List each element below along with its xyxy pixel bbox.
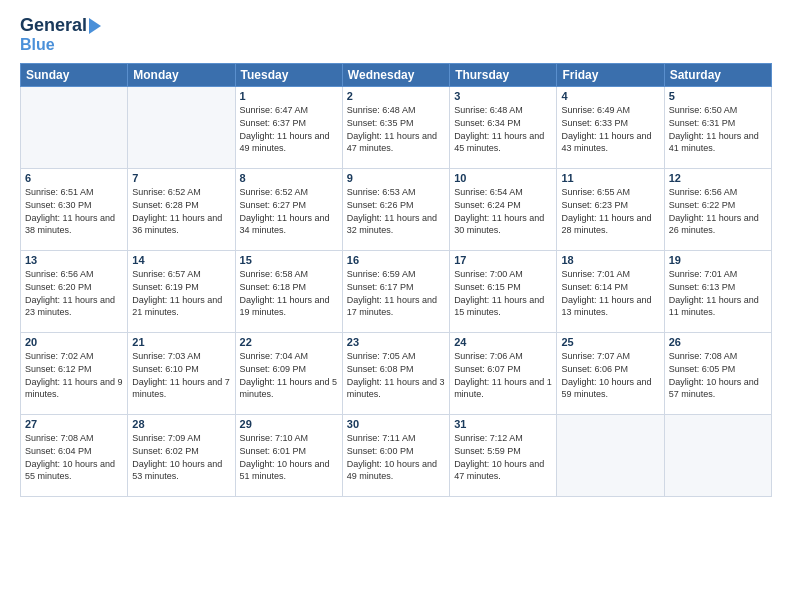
day-number: 6 (25, 172, 123, 184)
day-number: 16 (347, 254, 445, 266)
weekday-header-row: SundayMondayTuesdayWednesdayThursdayFrid… (21, 64, 772, 87)
calendar-cell: 15 Sunrise: 6:58 AMSunset: 6:18 PMDaylig… (235, 251, 342, 333)
logo-text: General (20, 16, 101, 36)
day-number: 22 (240, 336, 338, 348)
calendar-cell: 5 Sunrise: 6:50 AMSunset: 6:31 PMDayligh… (664, 87, 771, 169)
calendar-cell (21, 87, 128, 169)
day-info: Sunrise: 6:53 AMSunset: 6:26 PMDaylight:… (347, 186, 445, 236)
day-info: Sunrise: 6:56 AMSunset: 6:22 PMDaylight:… (669, 186, 767, 236)
day-info: Sunrise: 6:52 AMSunset: 6:27 PMDaylight:… (240, 186, 338, 236)
day-info: Sunrise: 7:03 AMSunset: 6:10 PMDaylight:… (132, 350, 230, 400)
day-number: 7 (132, 172, 230, 184)
calendar-cell: 11 Sunrise: 6:55 AMSunset: 6:23 PMDaylig… (557, 169, 664, 251)
day-number: 13 (25, 254, 123, 266)
day-number: 14 (132, 254, 230, 266)
weekday-thursday: Thursday (450, 64, 557, 87)
day-info: Sunrise: 7:08 AMSunset: 6:04 PMDaylight:… (25, 432, 123, 482)
weekday-wednesday: Wednesday (342, 64, 449, 87)
day-info: Sunrise: 7:08 AMSunset: 6:05 PMDaylight:… (669, 350, 767, 400)
day-number: 31 (454, 418, 552, 430)
week-row-2: 6 Sunrise: 6:51 AMSunset: 6:30 PMDayligh… (21, 169, 772, 251)
week-row-5: 27 Sunrise: 7:08 AMSunset: 6:04 PMDaylig… (21, 415, 772, 497)
calendar-cell: 27 Sunrise: 7:08 AMSunset: 6:04 PMDaylig… (21, 415, 128, 497)
day-info: Sunrise: 6:48 AMSunset: 6:34 PMDaylight:… (454, 104, 552, 154)
day-number: 17 (454, 254, 552, 266)
week-row-4: 20 Sunrise: 7:02 AMSunset: 6:12 PMDaylig… (21, 333, 772, 415)
day-number: 10 (454, 172, 552, 184)
day-info: Sunrise: 6:51 AMSunset: 6:30 PMDaylight:… (25, 186, 123, 236)
calendar-cell: 23 Sunrise: 7:05 AMSunset: 6:08 PMDaylig… (342, 333, 449, 415)
day-number: 29 (240, 418, 338, 430)
calendar-cell: 28 Sunrise: 7:09 AMSunset: 6:02 PMDaylig… (128, 415, 235, 497)
calendar-cell: 9 Sunrise: 6:53 AMSunset: 6:26 PMDayligh… (342, 169, 449, 251)
day-info: Sunrise: 7:00 AMSunset: 6:15 PMDaylight:… (454, 268, 552, 318)
calendar-cell: 4 Sunrise: 6:49 AMSunset: 6:33 PMDayligh… (557, 87, 664, 169)
day-number: 27 (25, 418, 123, 430)
calendar-cell: 29 Sunrise: 7:10 AMSunset: 6:01 PMDaylig… (235, 415, 342, 497)
calendar-cell: 17 Sunrise: 7:00 AMSunset: 6:15 PMDaylig… (450, 251, 557, 333)
day-info: Sunrise: 6:47 AMSunset: 6:37 PMDaylight:… (240, 104, 338, 154)
day-number: 18 (561, 254, 659, 266)
calendar-cell: 16 Sunrise: 6:59 AMSunset: 6:17 PMDaylig… (342, 251, 449, 333)
day-info: Sunrise: 7:12 AMSunset: 5:59 PMDaylight:… (454, 432, 552, 482)
day-number: 21 (132, 336, 230, 348)
calendar-cell: 14 Sunrise: 6:57 AMSunset: 6:19 PMDaylig… (128, 251, 235, 333)
calendar-cell: 30 Sunrise: 7:11 AMSunset: 6:00 PMDaylig… (342, 415, 449, 497)
day-info: Sunrise: 6:48 AMSunset: 6:35 PMDaylight:… (347, 104, 445, 154)
weekday-tuesday: Tuesday (235, 64, 342, 87)
weekday-monday: Monday (128, 64, 235, 87)
day-info: Sunrise: 6:55 AMSunset: 6:23 PMDaylight:… (561, 186, 659, 236)
logo: General Blue (20, 16, 101, 53)
calendar-cell: 3 Sunrise: 6:48 AMSunset: 6:34 PMDayligh… (450, 87, 557, 169)
calendar: SundayMondayTuesdayWednesdayThursdayFrid… (20, 63, 772, 497)
logo-arrow-icon (89, 18, 101, 34)
calendar-cell (557, 415, 664, 497)
week-row-1: 1 Sunrise: 6:47 AMSunset: 6:37 PMDayligh… (21, 87, 772, 169)
day-number: 25 (561, 336, 659, 348)
header: General Blue (20, 16, 772, 53)
page: General Blue SundayMondayTuesdayWednesda… (0, 0, 792, 612)
day-number: 2 (347, 90, 445, 102)
day-info: Sunrise: 7:06 AMSunset: 6:07 PMDaylight:… (454, 350, 552, 400)
day-number: 26 (669, 336, 767, 348)
day-info: Sunrise: 7:11 AMSunset: 6:00 PMDaylight:… (347, 432, 445, 482)
logo-blue: Blue (20, 36, 55, 54)
weekday-saturday: Saturday (664, 64, 771, 87)
day-info: Sunrise: 6:54 AMSunset: 6:24 PMDaylight:… (454, 186, 552, 236)
calendar-cell (664, 415, 771, 497)
day-number: 19 (669, 254, 767, 266)
day-info: Sunrise: 7:01 AMSunset: 6:14 PMDaylight:… (561, 268, 659, 318)
day-info: Sunrise: 6:58 AMSunset: 6:18 PMDaylight:… (240, 268, 338, 318)
day-number: 20 (25, 336, 123, 348)
calendar-cell: 12 Sunrise: 6:56 AMSunset: 6:22 PMDaylig… (664, 169, 771, 251)
calendar-cell: 2 Sunrise: 6:48 AMSunset: 6:35 PMDayligh… (342, 87, 449, 169)
day-info: Sunrise: 7:02 AMSunset: 6:12 PMDaylight:… (25, 350, 123, 400)
day-number: 24 (454, 336, 552, 348)
day-info: Sunrise: 6:50 AMSunset: 6:31 PMDaylight:… (669, 104, 767, 154)
calendar-cell: 19 Sunrise: 7:01 AMSunset: 6:13 PMDaylig… (664, 251, 771, 333)
day-info: Sunrise: 7:05 AMSunset: 6:08 PMDaylight:… (347, 350, 445, 400)
calendar-cell: 26 Sunrise: 7:08 AMSunset: 6:05 PMDaylig… (664, 333, 771, 415)
day-number: 12 (669, 172, 767, 184)
weekday-friday: Friday (557, 64, 664, 87)
week-row-3: 13 Sunrise: 6:56 AMSunset: 6:20 PMDaylig… (21, 251, 772, 333)
day-info: Sunrise: 6:49 AMSunset: 6:33 PMDaylight:… (561, 104, 659, 154)
day-info: Sunrise: 7:07 AMSunset: 6:06 PMDaylight:… (561, 350, 659, 400)
day-number: 30 (347, 418, 445, 430)
calendar-cell (128, 87, 235, 169)
day-number: 3 (454, 90, 552, 102)
day-number: 1 (240, 90, 338, 102)
day-number: 5 (669, 90, 767, 102)
day-info: Sunrise: 7:10 AMSunset: 6:01 PMDaylight:… (240, 432, 338, 482)
day-number: 15 (240, 254, 338, 266)
calendar-cell: 31 Sunrise: 7:12 AMSunset: 5:59 PMDaylig… (450, 415, 557, 497)
day-info: Sunrise: 6:59 AMSunset: 6:17 PMDaylight:… (347, 268, 445, 318)
calendar-cell: 10 Sunrise: 6:54 AMSunset: 6:24 PMDaylig… (450, 169, 557, 251)
calendar-cell: 24 Sunrise: 7:06 AMSunset: 6:07 PMDaylig… (450, 333, 557, 415)
calendar-cell: 13 Sunrise: 6:56 AMSunset: 6:20 PMDaylig… (21, 251, 128, 333)
day-number: 23 (347, 336, 445, 348)
day-info: Sunrise: 7:04 AMSunset: 6:09 PMDaylight:… (240, 350, 338, 400)
day-info: Sunrise: 6:57 AMSunset: 6:19 PMDaylight:… (132, 268, 230, 318)
weekday-sunday: Sunday (21, 64, 128, 87)
day-info: Sunrise: 7:09 AMSunset: 6:02 PMDaylight:… (132, 432, 230, 482)
